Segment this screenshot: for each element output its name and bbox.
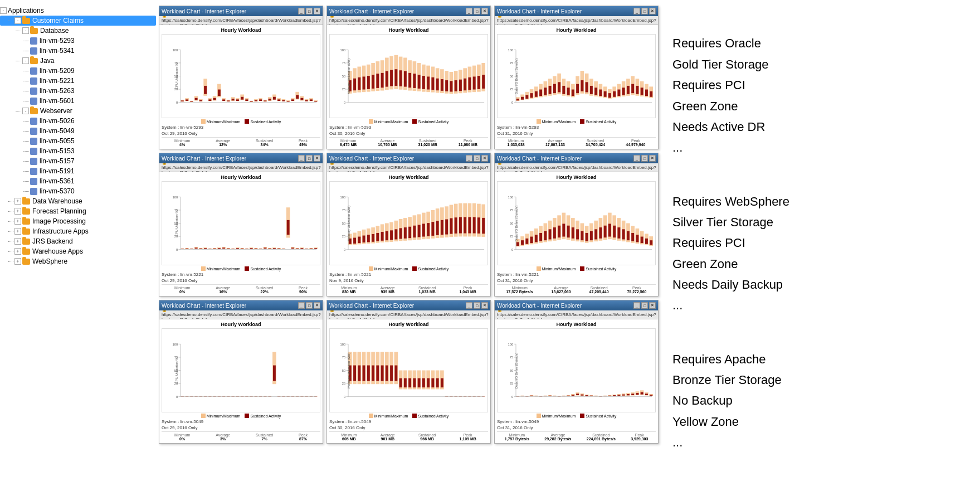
sidebar-item-warehouse-apps[interactable]: +Warehouse Apps: [0, 246, 156, 256]
close-btn[interactable]: ✕: [314, 302, 320, 309]
svg-rect-507: [353, 366, 356, 381]
minimize-btn[interactable]: _: [298, 302, 305, 309]
svg-rect-309: [394, 229, 397, 239]
maximize-btn[interactable]: □: [641, 302, 648, 309]
sidebar-item-jrs-backend[interactable]: +JRS Backend: [0, 236, 156, 246]
maximize-btn[interactable]: □: [306, 155, 313, 162]
svg-rect-249: [255, 249, 257, 249]
window-controls[interactable]: _ □ ✕: [633, 8, 656, 14]
close-btn[interactable]: ✕: [314, 8, 320, 14]
req-group-0: Requires OracleGold Tier StorageRequires…: [672, 33, 862, 158]
expand-btn[interactable]: -: [22, 57, 29, 64]
svg-rect-173: [581, 80, 583, 91]
window-controls[interactable]: _ □ ✕: [466, 155, 488, 162]
expand-btn[interactable]: -: [22, 108, 29, 114]
maximize-btn[interactable]: □: [474, 302, 480, 309]
svg-rect-535: [418, 378, 421, 388]
maximize-btn[interactable]: □: [641, 8, 648, 14]
vm-icon: [30, 118, 37, 125]
window-controls[interactable]: _ □ ✕: [466, 8, 488, 14]
folder-icon: [22, 18, 30, 24]
chart-date: Oct 29, 2016 Only: [162, 425, 320, 430]
close-btn[interactable]: ✕: [481, 302, 488, 309]
window-controls[interactable]: _ □ ✕: [633, 302, 656, 309]
window-controls[interactable]: _ □ ✕: [298, 302, 320, 309]
date-label: Oct 30, 2016 Only: [329, 425, 365, 430]
maximize-btn[interactable]: □: [474, 155, 480, 162]
minimize-btn[interactable]: _: [633, 155, 640, 162]
window-controls[interactable]: _ □ ✕: [298, 155, 320, 162]
expand-btn[interactable]: +: [14, 218, 21, 225]
address-bar: 🔒 https://salesdemo.densify.com/CIRBA/fa…: [495, 310, 658, 319]
sidebar-item-lin-vm-5209[interactable]: lin-vm-5209: [0, 66, 156, 76]
svg-rect-195: [631, 84, 634, 94]
sidebar-item-lin-vm-5055[interactable]: lin-vm-5055: [0, 136, 156, 146]
sidebar-item-lin-vm-5221[interactable]: lin-vm-5221: [0, 76, 156, 86]
expand-btn[interactable]: -: [0, 7, 7, 14]
sidebar-item-java[interactable]: -Java: [0, 56, 156, 66]
close-btn[interactable]: ✕: [481, 8, 488, 14]
maximize-btn[interactable]: □: [641, 155, 648, 162]
expand-btn[interactable]: +: [14, 258, 21, 265]
expand-btn[interactable]: -: [22, 27, 29, 34]
close-btn[interactable]: ✕: [649, 8, 656, 14]
date-label: Oct 31, 2016 Only: [497, 278, 533, 283]
expand-btn[interactable]: +: [14, 208, 21, 215]
sidebar-item-customer-claims[interactable]: -Customer Claims: [0, 16, 156, 26]
expand-btn[interactable]: +: [14, 248, 21, 255]
close-btn[interactable]: ✕: [649, 155, 656, 162]
sidebar-item-database[interactable]: -Database: [0, 26, 156, 36]
window-controls[interactable]: _ □ ✕: [633, 155, 656, 162]
svg-rect-93: [394, 69, 397, 86]
maximize-btn[interactable]: □: [306, 8, 313, 14]
sidebar-item-lin-vm-5049[interactable]: lin-vm-5049: [0, 126, 156, 136]
sidebar-item-lin-vm-5153[interactable]: lin-vm-5153: [0, 146, 156, 156]
svg-rect-407: [622, 229, 625, 239]
window-controls[interactable]: _ □ ✕: [298, 8, 320, 14]
req-line: Green Zone: [672, 254, 862, 274]
sidebar-item-image-processing[interactable]: +Image Processing: [0, 216, 156, 226]
sidebar-item-forecast-planning[interactable]: +Forecast Planning: [0, 206, 156, 216]
sidebar-item-infrastructure-apps[interactable]: +Infrastructure Apps: [0, 226, 156, 236]
window-controls[interactable]: _ □ ✕: [466, 302, 488, 309]
req-group-2: Requires ApacheBronze Tier StorageNo Bac…: [672, 349, 862, 453]
sidebar-item-lin-vm-5191[interactable]: lin-vm-5191: [0, 166, 156, 176]
sidebar-item-lin-vm-5026[interactable]: lin-vm-5026: [0, 116, 156, 126]
sidebar-item-webserver[interactable]: -Webserver: [0, 106, 156, 116]
sidebar-item-lin-vm-5263[interactable]: lin-vm-5263: [0, 86, 156, 96]
expand-btn[interactable]: +: [14, 198, 21, 205]
minimize-btn[interactable]: _: [466, 155, 472, 162]
sidebar-item-lin-vm-5157[interactable]: lin-vm-5157: [0, 156, 156, 166]
minimize-btn[interactable]: _: [633, 302, 640, 309]
expand-btn[interactable]: +: [14, 228, 21, 235]
sidebar-item-lin-vm-5370[interactable]: lin-vm-5370: [0, 186, 156, 196]
stat-peak: Peak 44,979,940: [626, 139, 645, 147]
svg-rect-119: [455, 80, 457, 91]
svg-rect-531: [408, 378, 411, 388]
minimize-btn[interactable]: _: [298, 155, 305, 162]
close-btn[interactable]: ✕: [481, 155, 488, 162]
svg-rect-245: [245, 249, 248, 249]
sidebar-item-lin-vm-5341[interactable]: lin-vm-5341: [0, 46, 156, 56]
maximize-btn[interactable]: □: [474, 8, 480, 14]
expand-btn[interactable]: +: [14, 238, 21, 245]
svg-rect-151: [530, 93, 533, 98]
minimize-btn[interactable]: _: [466, 302, 472, 309]
sidebar-item-label: lin-vm-5341: [40, 47, 75, 55]
expand-btn[interactable]: -: [14, 17, 21, 24]
sidebar-item-applications[interactable]: -Applications: [0, 6, 156, 16]
close-btn[interactable]: ✕: [314, 155, 320, 162]
sidebar-item-lin-vm-5601[interactable]: lin-vm-5601: [0, 96, 156, 106]
minimize-btn[interactable]: _: [298, 8, 305, 14]
chart-footer: System : lin-vm-5049: [497, 419, 656, 424]
sidebar-item-websphere[interactable]: +WebSphere: [0, 256, 156, 266]
minimize-btn[interactable]: _: [466, 8, 472, 14]
svg-rect-5: [190, 101, 193, 102]
sidebar-item-lin-vm-5293[interactable]: lin-vm-5293: [0, 36, 156, 46]
sidebar-item-data-warehouse[interactable]: +Data Warehouse: [0, 196, 156, 206]
close-btn[interactable]: ✕: [649, 302, 656, 309]
sidebar-item-lin-vm-5361[interactable]: lin-vm-5361: [0, 176, 156, 186]
svg-rect-21: [227, 100, 230, 101]
maximize-btn[interactable]: □: [306, 302, 313, 309]
minimize-btn[interactable]: _: [633, 8, 640, 14]
